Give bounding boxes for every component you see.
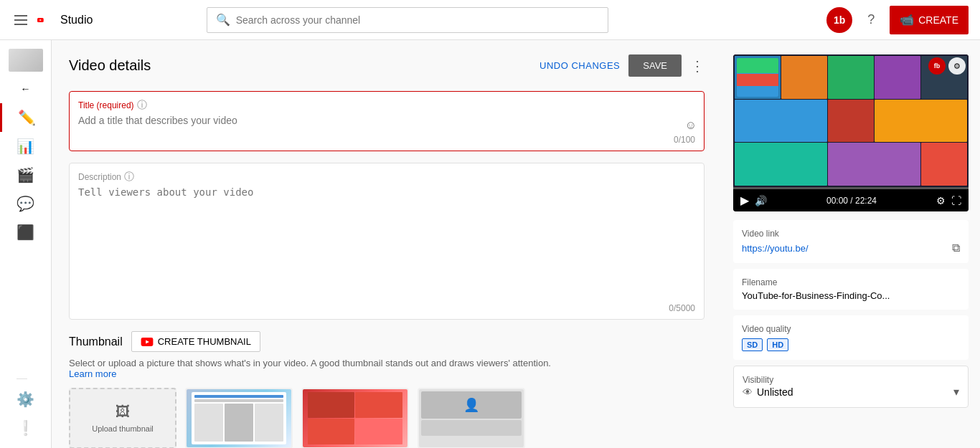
thumbnail-section: Thumbnail CREATE THUMBNAIL Select or upl… (69, 331, 705, 448)
video-quality-section: Video quality SD HD (733, 315, 969, 360)
video-controls: ▶ 🔊 00:00 / 22:24 ⚙ ⛶ (733, 189, 969, 211)
analytics-icon: 📊 (17, 138, 34, 155)
visibility-header: 👁 Unlisted ▾ (743, 385, 959, 399)
sd-badge: SD (742, 338, 763, 351)
hd-badge: HD (767, 338, 788, 351)
thumbnail-options-row: 🖼 Upload thumbnail (69, 388, 705, 448)
upload-icon: 🖼 (116, 404, 130, 420)
quality-badges: SD HD (742, 338, 960, 351)
volume-button[interactable]: 🔊 (755, 195, 767, 206)
form-header: Video details UNDO CHANGES SAVE ⋮ (69, 54, 705, 77)
comments-icon: 💬 (17, 195, 34, 212)
learn-more-link[interactable]: Learn more (69, 368, 116, 379)
title-input-wrapper: ☺ (70, 112, 704, 132)
save-button[interactable]: SAVE (628, 54, 682, 77)
title-help-icon[interactable]: ⓘ (137, 99, 147, 112)
sidebar-item-analytics[interactable]: 📊 (0, 132, 51, 161)
play-button[interactable]: ▶ (740, 194, 749, 207)
form-area: Video details UNDO CHANGES SAVE ⋮ Title … (52, 40, 722, 448)
filename-value: YouTube-for-Business-Finding-Co... (742, 290, 960, 301)
sidebar: ← ✏️ 📊 🎬 💬 ⬛ ⚙️ ❕ (0, 40, 52, 448)
channel-thumb-container (0, 46, 51, 75)
thumbnail-title: Thumbnail (69, 335, 123, 348)
create-label: CREATE (918, 14, 958, 26)
settings-overlay-button[interactable]: ⚙ (948, 57, 966, 75)
fullscreen-button[interactable]: ⛶ (951, 195, 961, 206)
header-left: Studio (11, 12, 93, 28)
visibility-text: Unlisted (757, 386, 793, 398)
main-layout: ← ✏️ 📊 🎬 💬 ⬛ ⚙️ ❕ Video (0, 0, 980, 448)
back-arrow-icon: ← (21, 83, 31, 95)
help-button[interactable]: ? (858, 7, 884, 33)
sidebar-item-content[interactable]: 🎬 (0, 161, 51, 189)
visibility-section: Visibility 👁 Unlisted ▾ (733, 366, 969, 408)
video-preview: fb ⚙ (733, 54, 969, 211)
search-bar: 🔍 (207, 7, 608, 33)
video-quality-label: Video quality (742, 324, 960, 334)
right-panel: fb ⚙ (722, 40, 980, 448)
upload-label: Upload thumbnail (92, 424, 154, 433)
visibility-label: Visibility (743, 375, 959, 385)
undo-changes-button[interactable]: UNDO CHANGES (540, 60, 620, 71)
visibility-chevron-icon[interactable]: ▾ (953, 385, 959, 399)
sidebar-item-feedback[interactable]: ❕ (17, 414, 34, 442)
camera-icon: 📹 (900, 13, 914, 27)
hamburger-menu[interactable] (11, 12, 30, 28)
video-link-url[interactable]: https://youtu.be/ (742, 243, 809, 254)
video-link-section: Video link https://youtu.be/ ⧉ (733, 220, 969, 263)
sidebar-item-subtitles[interactable]: ⬛ (0, 218, 51, 247)
description-textarea[interactable] (70, 184, 704, 298)
filename-label: Filename (742, 277, 960, 287)
create-thumbnail-label: CREATE THUMBNAIL (158, 336, 251, 347)
time-display: 00:00 / 22:24 (773, 196, 930, 206)
subtitles-icon: ⬛ (17, 224, 34, 241)
title-field-box: Title (required) ⓘ ☺ 0/100 (69, 91, 705, 151)
thumbnail-desc-text: Select or upload a picture that shows wh… (69, 358, 551, 368)
sidebar-item-edit[interactable]: ✏️ (0, 103, 51, 132)
title-counter: 0/100 (70, 132, 704, 151)
video-progress-bar[interactable] (733, 187, 969, 189)
create-thumbnail-button[interactable]: CREATE THUMBNAIL (131, 331, 260, 352)
settings-icon: ⚙️ (17, 391, 34, 408)
video-settings-button[interactable]: ⚙ (936, 195, 946, 206)
upload-thumbnail-option[interactable]: 🖼 Upload thumbnail (69, 388, 176, 448)
header-right: 1b ? 📹 CREATE (826, 6, 969, 34)
title-label: Title (required) ⓘ (70, 92, 704, 112)
top-header: Studio 🔍 1b ? 📹 CREATE (0, 0, 980, 40)
back-button[interactable]: ← (0, 75, 51, 103)
sidebar-item-comments[interactable]: 💬 (0, 189, 51, 218)
video-link-label: Video link (742, 229, 960, 239)
channel-avatar-overlay: fb (928, 57, 946, 75)
edit-icon: ✏️ (18, 109, 36, 126)
description-label: Description ⓘ (70, 163, 704, 184)
sidebar-divider (17, 378, 27, 379)
form-actions: UNDO CHANGES SAVE ⋮ (540, 54, 705, 77)
more-options-button[interactable]: ⋮ (690, 57, 705, 75)
search-input[interactable] (236, 14, 599, 26)
description-field-box: Description ⓘ 0/5000 (69, 163, 705, 320)
page-title: Video details (69, 57, 151, 74)
emoji-button[interactable]: ☺ (685, 119, 697, 132)
sidebar-bottom: ⚙️ ❕ (17, 373, 34, 442)
channel-thumbnail (9, 49, 43, 72)
sidebar-item-settings[interactable]: ⚙️ (17, 385, 34, 414)
content-icon: 🎬 (17, 166, 34, 184)
title-input[interactable] (70, 112, 704, 132)
auto-thumbnail-1[interactable] (185, 388, 293, 448)
video-overlay-buttons: fb ⚙ (928, 57, 966, 75)
auto-thumbnail-2[interactable] (301, 388, 409, 448)
feedback-icon: ❕ (17, 419, 34, 437)
thumbnail-header: Thumbnail CREATE THUMBNAIL (69, 331, 705, 352)
search-icon: 🔍 (216, 13, 230, 27)
auto-thumbnail-3[interactable]: 👤 (418, 388, 525, 448)
thumbnail-description: Select or upload a picture that shows wh… (69, 358, 705, 379)
description-help-icon[interactable]: ⓘ (124, 171, 134, 184)
filename-section: Filename YouTube-for-Business-Finding-Co… (733, 269, 969, 310)
avatar-button[interactable]: 1b (826, 7, 852, 33)
copy-link-button[interactable]: ⧉ (952, 242, 960, 254)
visibility-lock-icon: 👁 (743, 386, 753, 398)
description-counter: 0/5000 (70, 300, 704, 319)
studio-label: Studio (60, 14, 93, 27)
create-button[interactable]: 📹 CREATE (890, 6, 969, 34)
youtube-logo[interactable]: Studio (37, 13, 93, 27)
